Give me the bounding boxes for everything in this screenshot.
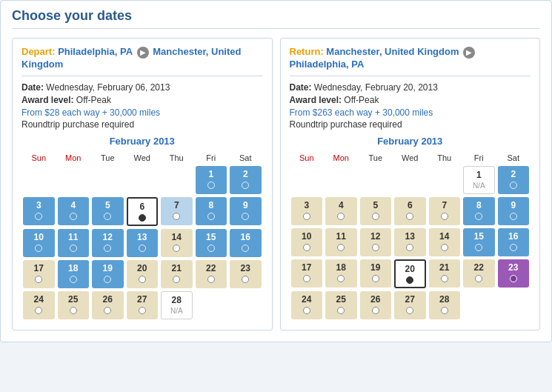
- day-radio[interactable]: [207, 245, 215, 252]
- day-radio[interactable]: [372, 307, 379, 314]
- day-radio[interactable]: [139, 214, 146, 222]
- day-radio[interactable]: [104, 276, 111, 283]
- table-row[interactable]: 19: [359, 258, 393, 290]
- table-row[interactable]: 27: [393, 290, 428, 321]
- day-radio[interactable]: [104, 245, 111, 252]
- table-row[interactable]: 3: [21, 196, 56, 227]
- table-row[interactable]: 17: [290, 258, 325, 290]
- table-row[interactable]: 13: [125, 227, 160, 259]
- table-row[interactable]: 9: [496, 196, 531, 227]
- day-radio[interactable]: [303, 275, 310, 282]
- day-radio[interactable]: [510, 182, 517, 189]
- table-row[interactable]: 7: [428, 196, 462, 227]
- table-row[interactable]: 9: [228, 196, 263, 227]
- table-row[interactable]: 25: [56, 290, 91, 321]
- day-radio[interactable]: [242, 276, 249, 283]
- day-radio[interactable]: [139, 245, 146, 252]
- day-radio[interactable]: [303, 213, 310, 220]
- day-radio[interactable]: [337, 244, 345, 251]
- table-row[interactable]: 26: [90, 290, 125, 321]
- table-row[interactable]: 12: [359, 227, 393, 258]
- day-radio[interactable]: [35, 245, 42, 252]
- day-radio[interactable]: [35, 213, 42, 220]
- table-row[interactable]: 28N/A: [159, 290, 194, 321]
- table-row[interactable]: 17: [21, 259, 56, 290]
- table-row[interactable]: 4: [324, 196, 359, 227]
- table-row[interactable]: 4: [56, 196, 91, 227]
- table-row[interactable]: 6: [125, 196, 160, 227]
- day-radio[interactable]: [406, 213, 413, 220]
- day-radio[interactable]: [510, 244, 517, 251]
- table-row[interactable]: 21: [428, 258, 462, 290]
- table-row[interactable]: 16: [228, 227, 263, 259]
- day-radio[interactable]: [35, 276, 42, 283]
- table-row[interactable]: 24: [21, 290, 56, 321]
- day-radio[interactable]: [242, 245, 249, 252]
- table-row[interactable]: 26: [359, 290, 393, 321]
- day-radio[interactable]: [303, 307, 310, 314]
- table-row[interactable]: 10: [21, 227, 56, 259]
- table-row[interactable]: 23: [496, 258, 531, 290]
- table-row[interactable]: 11: [324, 227, 359, 258]
- day-radio[interactable]: [35, 307, 42, 314]
- table-row[interactable]: 14: [428, 227, 462, 258]
- table-row[interactable]: 2: [228, 165, 263, 196]
- day-radio[interactable]: [510, 275, 517, 282]
- day-radio[interactable]: [441, 244, 448, 251]
- day-radio[interactable]: [70, 276, 77, 283]
- table-row[interactable]: 1: [194, 165, 229, 196]
- table-row[interactable]: 1N/A: [462, 165, 496, 196]
- table-row[interactable]: 22: [462, 258, 496, 290]
- day-radio[interactable]: [242, 182, 249, 189]
- table-row[interactable]: 24: [290, 290, 325, 321]
- day-radio[interactable]: [242, 213, 249, 220]
- table-row[interactable]: 15: [194, 227, 229, 259]
- day-radio[interactable]: [475, 244, 482, 251]
- day-radio[interactable]: [173, 245, 180, 252]
- day-radio[interactable]: [406, 244, 413, 251]
- day-radio[interactable]: [207, 213, 215, 220]
- day-radio[interactable]: [441, 307, 448, 314]
- day-radio[interactable]: [207, 182, 215, 189]
- day-radio[interactable]: [70, 245, 77, 252]
- day-radio[interactable]: [104, 307, 111, 314]
- table-row[interactable]: 22: [194, 259, 229, 290]
- table-row[interactable]: 5: [90, 196, 125, 227]
- day-radio[interactable]: [372, 244, 379, 251]
- table-row[interactable]: 5: [359, 196, 393, 227]
- table-row[interactable]: 19: [90, 259, 125, 290]
- day-radio[interactable]: [337, 307, 345, 314]
- table-row[interactable]: 20: [393, 258, 428, 290]
- day-radio[interactable]: [70, 307, 77, 314]
- day-radio[interactable]: [139, 307, 146, 314]
- table-row[interactable]: 8: [194, 196, 229, 227]
- day-radio[interactable]: [70, 213, 77, 220]
- table-row[interactable]: 18: [56, 259, 91, 290]
- table-row[interactable]: 15: [462, 227, 496, 258]
- table-row[interactable]: 14: [159, 227, 194, 259]
- day-radio[interactable]: [372, 213, 379, 220]
- table-row[interactable]: 6: [393, 196, 428, 227]
- table-row[interactable]: 21: [159, 259, 194, 290]
- day-radio[interactable]: [475, 213, 482, 220]
- day-radio[interactable]: [406, 276, 413, 284]
- day-radio[interactable]: [104, 213, 111, 220]
- day-radio[interactable]: [372, 275, 379, 282]
- table-row[interactable]: 3: [290, 196, 325, 227]
- table-row[interactable]: 7: [159, 196, 194, 227]
- day-radio[interactable]: [441, 213, 448, 220]
- table-row[interactable]: 8: [462, 196, 496, 227]
- table-row[interactable]: 16: [496, 227, 531, 258]
- day-radio[interactable]: [337, 213, 345, 220]
- day-radio[interactable]: [441, 275, 448, 282]
- day-radio[interactable]: [173, 213, 180, 220]
- table-row[interactable]: 13: [393, 227, 428, 258]
- day-radio[interactable]: [139, 276, 146, 283]
- day-radio[interactable]: [173, 276, 180, 283]
- table-row[interactable]: 11: [56, 227, 91, 259]
- table-row[interactable]: 25: [324, 290, 359, 321]
- table-row[interactable]: 27: [125, 290, 160, 321]
- day-radio[interactable]: [475, 275, 482, 282]
- table-row[interactable]: 10: [290, 227, 325, 258]
- table-row[interactable]: 2: [496, 165, 531, 196]
